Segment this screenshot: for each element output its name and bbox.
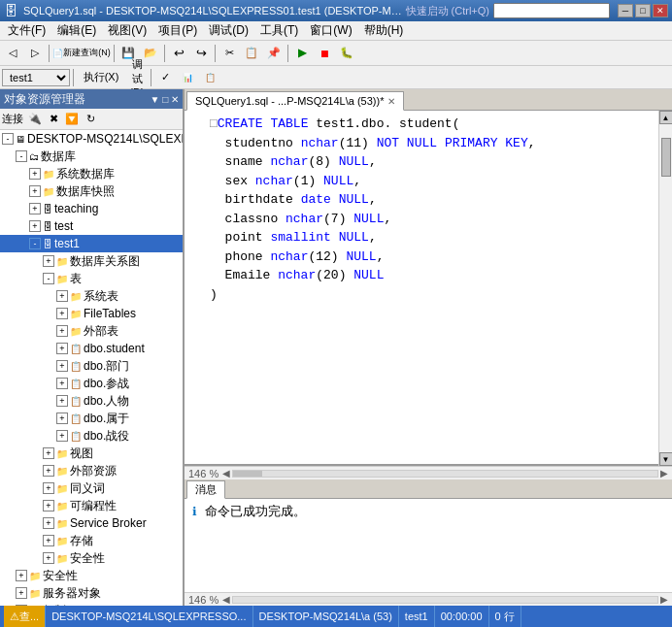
tree-databases[interactable]: - 🗂 数据库 <box>0 148 183 165</box>
tree-storage[interactable]: + 📁 存储 <box>0 532 183 549</box>
tree-dbo-belong[interactable]: + 📋 dbo.属于 <box>0 410 183 427</box>
scroll-up-button[interactable]: ▲ <box>659 111 673 124</box>
expand-security[interactable]: + <box>16 570 27 581</box>
tab-close-button[interactable]: ✕ <box>387 96 395 107</box>
menu-view[interactable]: 视图(V) <box>102 20 152 41</box>
stop-button[interactable]: ⏹ <box>314 43 335 64</box>
menu-tools[interactable]: 工具(T) <box>254 20 304 41</box>
tree-ext-tables[interactable]: + 📁 外部表 <box>0 322 183 340</box>
disconnect-button[interactable]: ✖ <box>45 111 62 128</box>
tree-synonyms[interactable]: + 📁 同义词 <box>0 479 183 497</box>
tree-tables[interactable]: - 📁 表 <box>0 270 183 287</box>
tree-dbo-dept[interactable]: + 📋 dbo.部门 <box>0 357 183 375</box>
h-scrollbar-track[interactable] <box>232 470 658 478</box>
expand-server[interactable]: - <box>2 133 14 145</box>
parse-button[interactable]: ✓ <box>154 67 176 88</box>
code-editor[interactable]: □CREATE TABLE test1.dbo. student( studen… <box>185 111 658 466</box>
msg-scroll-right[interactable]: ▶ <box>660 594 668 605</box>
menu-window[interactable]: 窗口(W) <box>304 20 357 41</box>
debug2-button[interactable]: 调试(D) <box>126 67 148 88</box>
expand-databases[interactable]: - <box>16 150 27 162</box>
menu-project[interactable]: 项目(P) <box>152 20 203 41</box>
expand-teaching[interactable]: + <box>29 203 41 214</box>
expand-ext-tables[interactable]: + <box>56 325 68 337</box>
menu-edit[interactable]: 编辑(E) <box>51 20 102 41</box>
editor-h-scroll[interactable]: 146 % ◀ ▶ <box>185 466 672 479</box>
forward-button[interactable]: ▷ <box>24 43 46 64</box>
tree-service-broker[interactable]: + 📁 Service Broker <box>0 514 183 532</box>
expand-tables[interactable]: - <box>43 273 54 284</box>
tree-ext-resources[interactable]: + 📁 外部资源 <box>0 462 183 479</box>
scroll-left-arrow[interactable]: ◀ <box>222 468 230 478</box>
tree-dbdiagram[interactable]: + 📁 数据库关系图 <box>0 252 183 270</box>
editor-scrollbar[interactable]: ▲ ▼ <box>658 111 672 466</box>
expand-synonyms[interactable]: + <box>43 482 54 494</box>
expand-dbo-person[interactable]: + <box>56 395 68 407</box>
copy-button[interactable]: 📋 <box>241 43 262 64</box>
expand-dbdiagram[interactable]: + <box>43 255 54 267</box>
menu-help[interactable]: 帮助(H) <box>358 20 410 41</box>
tree-security[interactable]: + 📁 安全性 <box>0 567 183 584</box>
minimize-button[interactable]: ─ <box>618 4 633 17</box>
expand-dbo-course[interactable]: + <box>56 378 68 389</box>
expand-ext-resources[interactable]: + <box>43 465 54 477</box>
new-query-button[interactable]: 📄 新建查询(N) <box>52 43 111 64</box>
msg-h-track[interactable] <box>232 596 658 604</box>
h-scrollbar-thumb[interactable] <box>233 471 262 477</box>
close-button[interactable]: ✕ <box>653 4 668 17</box>
tree-views[interactable]: + 📁 视图 <box>0 445 183 462</box>
scrollbar-thumb[interactable] <box>661 138 671 177</box>
menu-debug[interactable]: 调试(D) <box>203 20 254 41</box>
tree-test[interactable]: + 🗄 test <box>0 217 183 235</box>
expand-server-objects[interactable]: + <box>16 587 27 599</box>
expand-views[interactable]: + <box>43 447 54 459</box>
expand-security-db[interactable]: + <box>43 552 54 564</box>
expand-system-tables[interactable]: + <box>56 290 68 302</box>
debug-button[interactable]: 🐛 <box>336 43 357 64</box>
expand-dbo-dept[interactable]: + <box>56 360 68 372</box>
menu-file[interactable]: 文件(F) <box>2 20 51 41</box>
tree-filetables[interactable]: + 📁 FileTables <box>0 305 183 322</box>
maximize-button[interactable]: □ <box>635 4 651 17</box>
tree-teaching[interactable]: + 🗄 teaching <box>0 200 183 217</box>
expand-filetables[interactable]: + <box>56 308 68 319</box>
tree-system-dbs[interactable]: + 📁 系统数据库 <box>0 165 183 182</box>
expand-programmability[interactable]: + <box>43 500 54 512</box>
tree-programmability[interactable]: + 📁 可编程性 <box>0 497 183 514</box>
database-selector[interactable]: test1 <box>2 69 70 86</box>
tree-dbo-battle[interactable]: + 📋 dbo.战役 <box>0 427 183 445</box>
expand-snapshots[interactable]: + <box>29 185 41 197</box>
expand-dbo-student[interactable]: + <box>56 343 68 354</box>
tree-dbo-course[interactable]: + 📋 dbo.参战 <box>0 375 183 392</box>
expand-service-broker[interactable]: + <box>43 517 54 529</box>
results-button[interactable]: 📋 <box>199 67 220 88</box>
cut-button[interactable]: ✂ <box>218 43 240 64</box>
tree-dbo-student[interactable]: + 📋 dbo.student <box>0 340 183 357</box>
scroll-right-arrow[interactable]: ▶ <box>660 468 668 478</box>
msg-scroll-left[interactable]: ◀ <box>222 594 230 605</box>
expand-test[interactable]: + <box>29 220 41 232</box>
expand-storage[interactable]: + <box>43 535 54 546</box>
editor-tab[interactable]: SQLQuery1.sql - ...P-MSQ214L\a (53))* ✕ <box>186 91 404 111</box>
back-button[interactable]: ◁ <box>2 43 23 64</box>
execute-button[interactable]: 执行(X) <box>77 67 125 88</box>
expand-test1[interactable]: - <box>29 238 41 249</box>
messages-tab[interactable]: 消息 <box>186 480 225 499</box>
tree-security-db[interactable]: + 📁 安全性 <box>0 549 183 567</box>
tree-system-tables[interactable]: + 📁 系统表 <box>0 287 183 305</box>
tree-snapshots[interactable]: + 📁 数据库快照 <box>0 182 183 200</box>
tree-test1[interactable]: - 🗄 test1 <box>0 235 183 252</box>
refresh-button[interactable]: ↻ <box>82 111 99 128</box>
filter-button[interactable]: 🔽 <box>63 111 81 128</box>
expand-dbo-belong[interactable]: + <box>56 412 68 424</box>
paste-button[interactable]: 📌 <box>263 43 285 64</box>
messages-zoom-bar[interactable]: 146 % ◀ ▶ <box>185 592 672 606</box>
redo-button[interactable]: ↪ <box>190 43 212 64</box>
scroll-down-button[interactable]: ▼ <box>659 452 673 466</box>
expand-system-dbs[interactable]: + <box>29 168 41 180</box>
quick-launch-input[interactable] <box>493 3 610 18</box>
tree-server[interactable]: - 🖥 DESKTOP-MSQ214L\SQLEXPRES... <box>0 130 183 148</box>
run-button[interactable]: ▶ <box>291 43 313 64</box>
expand-dbo-battle[interactable]: + <box>56 430 68 442</box>
tree-dbo-person[interactable]: + 📋 dbo.人物 <box>0 392 183 410</box>
